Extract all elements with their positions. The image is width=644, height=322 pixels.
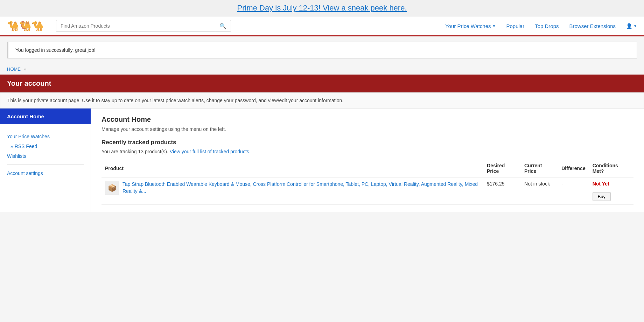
difference-cell: - <box>558 177 589 205</box>
product-link[interactable]: Tap Strap Bluetooth Enabled Wearable Key… <box>122 181 480 195</box>
col-desired-price: Desired Price <box>483 160 521 177</box>
account-title: Your account <box>7 79 637 88</box>
site-header: 🐪🐫🐪 🔍 Your Price Watches ▼ Popular Top D… <box>0 16 644 36</box>
sidebar-item-account-settings[interactable]: Account settings <box>0 168 91 178</box>
sidebar-item-wishlists[interactable]: Wishlists <box>0 151 91 161</box>
breadcrumb: HOME » <box>0 64 644 75</box>
content-area: Account Home Manage your account setting… <box>91 108 644 212</box>
nav-browser-extensions[interactable]: Browser Extensions <box>569 23 616 29</box>
recently-tracked-section: Recently tracked products You are tracki… <box>102 139 634 205</box>
sidebar-divider-1 <box>7 128 84 128</box>
main-content: Account Home Your Price Watches » RSS Fe… <box>0 108 644 212</box>
user-menu[interactable]: 👤 ▼ <box>626 23 637 29</box>
nav-price-watches[interactable]: Your Price Watches ▼ <box>445 23 496 29</box>
product-cell: 📦 Tap Strap Bluetooth Enabled Wearable K… <box>102 177 483 205</box>
not-yet-badge: Not Yet <box>593 181 609 187</box>
sidebar-item-price-watches[interactable]: Your Price Watches <box>0 132 91 141</box>
breadcrumb-home[interactable]: HOME <box>7 66 21 72</box>
camel-logo-icon: 🐪🐫🐪 <box>7 20 44 32</box>
table-row: 📦 Tap Strap Bluetooth Enabled Wearable K… <box>102 177 634 205</box>
search-icon: 🔍 <box>219 23 226 29</box>
content-heading: Account Home <box>102 115 634 124</box>
search-button[interactable]: 🔍 <box>215 20 231 31</box>
prime-day-banner: Prime Day is July 12-13! View a sneak pe… <box>0 0 644 16</box>
products-table: Product Desired Price Current Price Diff… <box>102 160 634 205</box>
chevron-down-icon-user: ▼ <box>634 24 637 28</box>
product-thumbnail: 📦 <box>105 181 119 195</box>
sidebar: Account Home Your Price Watches » RSS Fe… <box>0 108 91 212</box>
col-current-price: Current Price <box>521 160 558 177</box>
current-price-cell: Not in stock <box>521 177 558 205</box>
col-difference: Difference <box>558 160 589 177</box>
conditions-met-cell: Not Yet Buy <box>589 177 634 205</box>
sidebar-item-rss-feed[interactable]: » RSS Feed <box>0 141 91 151</box>
view-full-list-link[interactable]: View your full list of tracked products. <box>170 149 251 154</box>
table-header: Product Desired Price Current Price Diff… <box>102 160 634 177</box>
recently-tracked-heading: Recently tracked products <box>102 139 634 146</box>
breadcrumb-separator: » <box>24 66 26 72</box>
nav-top-drops[interactable]: Top Drops <box>535 23 559 29</box>
tracking-info: You are tracking 13 product(s). View you… <box>102 149 634 154</box>
account-header: Your account <box>0 75 644 92</box>
nav-popular[interactable]: Popular <box>506 23 524 29</box>
col-conditions-met: Conditions Met? <box>589 160 634 177</box>
content-subtitle: Manage your account settings using the m… <box>102 126 634 132</box>
desired-price-cell: $176.25 <box>483 177 521 205</box>
sidebar-divider-2 <box>7 164 84 165</box>
product-image-placeholder-icon: 📦 <box>108 184 117 192</box>
search-input[interactable] <box>56 20 215 31</box>
buy-button[interactable]: Buy <box>593 192 611 201</box>
success-message: You logged in successfully, great job! <box>7 42 637 58</box>
account-description: This is your private account page. Use i… <box>0 92 644 108</box>
user-icon: 👤 <box>626 23 632 29</box>
main-nav: Your Price Watches ▼ Popular Top Drops B… <box>445 23 637 29</box>
search-container: 🔍 <box>56 20 231 32</box>
prime-day-link[interactable]: Prime Day is July 12-13! View a sneak pe… <box>237 4 407 12</box>
col-product: Product <box>102 160 483 177</box>
chevron-down-icon: ▼ <box>492 24 496 28</box>
sidebar-item-account-home[interactable]: Account Home <box>0 108 91 124</box>
logo[interactable]: 🐪🐫🐪 <box>7 20 49 32</box>
